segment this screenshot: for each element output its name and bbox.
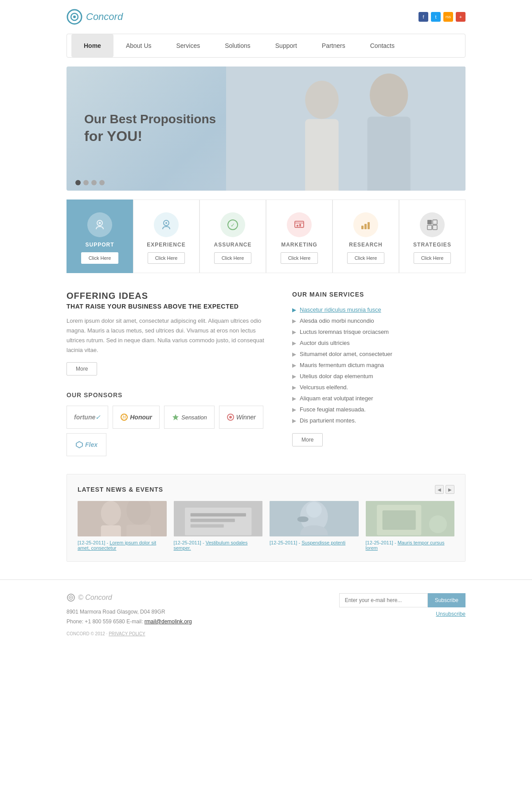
experience-btn[interactable]: Click Here bbox=[148, 252, 185, 264]
research-btn[interactable]: Click Here bbox=[347, 252, 385, 264]
svg-rect-24 bbox=[427, 225, 432, 230]
footer-email-link[interactable]: rmail@demolink.org bbox=[145, 618, 192, 625]
news-title: LATEST NEWS & EVENTS bbox=[78, 486, 163, 493]
offering-subtitle-bold: EXPECTED bbox=[203, 303, 239, 310]
plus-icon[interactable]: + bbox=[456, 12, 466, 22]
service-card-support: SUPPORT Click Here bbox=[66, 200, 133, 273]
service-link-3[interactable]: Luctus loremnas trisque orciacsem bbox=[300, 329, 389, 335]
service-link-6[interactable]: Mauris fermentum dictum magna bbox=[300, 362, 384, 368]
assurance-icon: ✓ bbox=[220, 212, 245, 237]
service-link-1[interactable]: Nascetur ridiculus musnia fusce bbox=[300, 306, 381, 313]
unsubscribe-link[interactable]: Unsubscribe bbox=[436, 611, 466, 617]
news-prev-btn[interactable]: ◀ bbox=[435, 485, 444, 494]
assurance-btn[interactable]: Click Here bbox=[214, 252, 252, 264]
footer-logo-text: © Concord bbox=[78, 594, 112, 602]
logo-icon bbox=[66, 9, 82, 25]
sponsor-flex[interactable]: Flex bbox=[66, 433, 106, 456]
hero-dot-3[interactable] bbox=[91, 180, 97, 185]
main-content: OFFERING IDEAS THAT RAISE YOUR BUSINESS … bbox=[66, 291, 466, 456]
service-list-item-9: ▶ Aliquam erat volutpat integer bbox=[292, 393, 466, 404]
list-arrow-8: ▶ bbox=[292, 384, 296, 391]
news-meta-1: [12-25-2011] - Lorem ipsum dolor sit ame… bbox=[78, 540, 167, 551]
email-input[interactable] bbox=[339, 593, 428, 607]
nav-item-solutions[interactable]: Solutions bbox=[212, 34, 263, 57]
support-icon bbox=[87, 212, 112, 237]
sponsor-fortune[interactable]: fortune✓ bbox=[66, 406, 108, 429]
service-link-5[interactable]: Situmamet dolor amet, consectetuer bbox=[300, 351, 392, 357]
service-cards: SUPPORT Click Here EXPERIENCE Click Here… bbox=[66, 200, 466, 273]
news-card-1: [12-25-2011] - Lorem ipsum dolor sit ame… bbox=[78, 501, 167, 551]
svg-rect-19 bbox=[361, 226, 364, 229]
footer-copyright: CONCORD © 2012 · PRIVACY POLICY bbox=[66, 631, 192, 636]
svg-point-29 bbox=[229, 416, 232, 419]
facebook-icon[interactable]: f bbox=[419, 12, 428, 22]
hero-dot-4[interactable] bbox=[99, 180, 105, 185]
list-arrow-11: ▶ bbox=[292, 418, 296, 424]
svg-point-2 bbox=[73, 16, 76, 18]
marketing-title: MARKETING bbox=[281, 242, 317, 248]
service-list-item-10: ▶ Fusce feugiat malesuada. bbox=[292, 404, 466, 415]
hero-line2: for YOU! bbox=[84, 128, 142, 144]
svg-rect-47 bbox=[382, 511, 415, 530]
logo[interactable]: Concord bbox=[66, 9, 123, 25]
list-arrow-6: ▶ bbox=[292, 362, 296, 368]
support-btn[interactable]: Click Here bbox=[81, 252, 119, 264]
service-list-item-5: ▶ Situmamet dolor amet, consectetuer bbox=[292, 348, 466, 360]
service-list-item-2: ▶ Alesda odio morbi nuncondio bbox=[292, 315, 466, 326]
hero-line1: Our Best Propositions bbox=[84, 112, 216, 126]
nav-item-about[interactable]: About Us bbox=[113, 34, 164, 57]
service-list-item-8: ▶ Velcursus eleifend. bbox=[292, 382, 466, 393]
nav-item-home[interactable]: Home bbox=[71, 34, 113, 57]
hero-dot-2[interactable] bbox=[83, 180, 89, 185]
hero-dot-1[interactable] bbox=[75, 180, 81, 185]
rss-icon[interactable]: rss bbox=[443, 12, 453, 22]
list-arrow-5: ▶ bbox=[292, 351, 296, 357]
svg-rect-31 bbox=[78, 501, 167, 536]
offering-body: Lorem ipsum dolor sit amet, consectetur … bbox=[66, 316, 274, 355]
service-list-item-3: ▶ Luctus loremnas trisque orciacsem bbox=[292, 326, 466, 337]
nav-item-services[interactable]: Services bbox=[164, 34, 213, 57]
svg-text:H: H bbox=[123, 415, 126, 420]
experience-title: EXPERIENCE bbox=[147, 242, 185, 248]
offering-subtitle: THAT RAISE YOUR BUSINESS ABOVE THE EXPEC… bbox=[66, 303, 274, 310]
service-link-11[interactable]: Dis parturient montes. bbox=[300, 417, 356, 424]
footer-phone: Phone: +1 800 559 6580 bbox=[66, 618, 125, 625]
sponsor-honour[interactable]: H Honour bbox=[113, 406, 160, 429]
services-more-btn[interactable]: More bbox=[292, 433, 323, 446]
svg-point-10 bbox=[99, 222, 101, 224]
service-link-4[interactable]: Auctor duis ultricies bbox=[300, 340, 350, 346]
news-link-3[interactable]: Suspendisse potenti bbox=[301, 540, 345, 545]
service-card-strategies: STRATEGIES Click Here bbox=[399, 200, 466, 273]
nav-item-contacts[interactable]: Contacts bbox=[358, 34, 407, 57]
news-card-2: [12-25-2011] - Vestibulum sodales semper… bbox=[174, 501, 263, 551]
svg-rect-39 bbox=[190, 519, 235, 522]
sponsor-winner[interactable]: Winner bbox=[219, 406, 263, 429]
service-link-2[interactable]: Alesda odio morbi nuncondio bbox=[300, 317, 374, 324]
news-navigation: ◀ ▶ bbox=[435, 485, 454, 494]
subscribe-button[interactable]: Subscribe bbox=[428, 593, 466, 607]
nav-item-support[interactable]: Support bbox=[263, 34, 309, 57]
service-link-8[interactable]: Velcursus eleifend. bbox=[300, 384, 348, 391]
strategies-btn[interactable]: Click Here bbox=[414, 252, 451, 264]
news-next-btn[interactable]: ▶ bbox=[446, 485, 454, 494]
nav-item-partners[interactable]: Partners bbox=[309, 34, 358, 57]
service-link-10[interactable]: Fusce feugiat malesuada. bbox=[300, 406, 366, 413]
hero-image bbox=[226, 66, 466, 191]
left-column: OFFERING IDEAS THAT RAISE YOUR BUSINESS … bbox=[66, 291, 274, 456]
service-link-7[interactable]: Utelius dolor dap elementum bbox=[300, 373, 373, 379]
main-services-title: OUR MAIN SERVICES bbox=[292, 291, 466, 298]
list-arrow-3: ▶ bbox=[292, 329, 296, 335]
footer-privacy-link[interactable]: PRIVACY POLICY bbox=[109, 631, 145, 636]
sponsor-sensation[interactable]: Sensation bbox=[164, 406, 215, 429]
footer-phone-line: Phone: +1 800 559 6580 E-mail: rmail@dem… bbox=[66, 617, 192, 627]
header: Concord f t rss + bbox=[0, 0, 532, 34]
offering-more-btn[interactable]: More bbox=[66, 362, 97, 376]
service-list-item-6: ▶ Mauris fermentum dictum magna bbox=[292, 360, 466, 371]
marketing-btn[interactable]: Click Here bbox=[281, 252, 318, 264]
strategies-icon bbox=[420, 212, 445, 237]
service-link-9[interactable]: Aliquam erat volutpat integer bbox=[300, 395, 373, 402]
footer-logo-icon bbox=[66, 593, 75, 602]
twitter-icon[interactable]: t bbox=[431, 12, 441, 22]
footer-logo: © Concord bbox=[66, 593, 192, 602]
news-section: LATEST NEWS & EVENTS ◀ ▶ [12-25-2011] - … bbox=[66, 474, 466, 562]
